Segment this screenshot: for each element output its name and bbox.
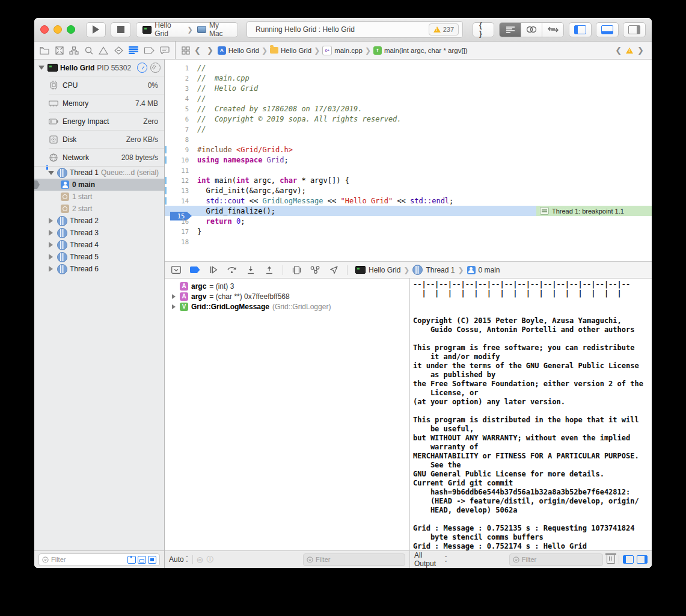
code-line-13[interactable]: 13 Grid_init(&argc,&argv); [165, 185, 652, 196]
run-button[interactable] [86, 22, 106, 37]
line-number-gutter[interactable]: 3 [165, 85, 193, 92]
disclosure-triangle-icon[interactable] [171, 294, 177, 299]
jumpbar-symbol[interactable]: main(int argc, char * argv[]) [384, 47, 468, 54]
disclosure-triangle-icon[interactable] [49, 218, 53, 224]
gauge-row-energy-impact[interactable]: Energy ImpactZero [49, 112, 164, 130]
version-editor-button[interactable] [542, 23, 563, 37]
thread-row-thread-5[interactable]: Thread 5 [34, 251, 164, 263]
step-out-button[interactable] [264, 265, 275, 275]
jumpbar-folder[interactable]: Hello Grid [281, 47, 311, 54]
console-output[interactable]: --|--|--|--|--|--|--|--|--|--|--|--|--|-… [410, 279, 652, 550]
code-line-9[interactable]: 9#include <Grid/Grid.h> [165, 144, 652, 155]
code-line-2[interactable]: 2// main.cpp [165, 73, 652, 83]
console-scope-selector[interactable]: All Output ⌃⌄ [414, 551, 448, 568]
variable-row-grid-gridlogmessage[interactable]: VGrid::GridLogMessage (Grid::GridLogger) [165, 301, 409, 312]
gauge-row-cpu[interactable]: CPU0% [49, 76, 164, 94]
clear-console-icon[interactable] [607, 555, 615, 564]
code-line-8[interactable]: 8 [165, 134, 652, 144]
line-number-gutter[interactable]: 18 [165, 238, 193, 245]
stop-button[interactable] [111, 22, 131, 37]
disclosure-triangle-icon[interactable] [48, 171, 54, 175]
warning-count-chip[interactable]: 237 [429, 23, 459, 35]
disclosure-triangle-icon[interactable] [49, 230, 53, 236]
disclosure-triangle-icon[interactable] [49, 266, 53, 272]
code-line-10[interactable]: 10using namespace Grid; [165, 155, 652, 165]
jumpbar-project[interactable]: Hello Grid [228, 47, 259, 54]
disclosure-triangle-icon[interactable] [171, 304, 177, 309]
stack-frame-2-start[interactable]: 2 start [34, 203, 164, 215]
breakpoint-annotation[interactable]: Thread 1: breakpoint 1.1 [536, 206, 652, 216]
stack-frame-1-start[interactable]: 1 start [34, 191, 164, 203]
quicklook-icon[interactable]: ◎ [197, 555, 203, 564]
hide-debug-area-button[interactable] [171, 265, 182, 275]
simulate-location-button[interactable] [328, 265, 339, 275]
assistant-editor-button[interactable] [521, 23, 543, 37]
code-line-4[interactable]: 4// [165, 93, 652, 103]
activity-viewer[interactable]: Running Hello Grid : Hello Grid 237 [247, 21, 463, 38]
breakpoint-navigator-icon[interactable] [144, 47, 155, 54]
step-into-button[interactable] [245, 265, 256, 275]
source-control-navigator-icon[interactable] [55, 46, 64, 55]
show-crashed-threads-icon[interactable] [148, 556, 156, 564]
toggle-debug-area-button[interactable] [596, 22, 619, 37]
show-variables-view-icon[interactable] [623, 555, 634, 564]
breakpoints-toggle-button[interactable] [189, 265, 200, 275]
line-number-gutter[interactable]: 17 [165, 228, 193, 235]
code-line-7[interactable]: 7// [165, 124, 652, 134]
continue-button[interactable] [208, 265, 219, 275]
code-snippet-button[interactable]: { } [473, 22, 494, 37]
previous-issue-button[interactable]: ❮ [613, 46, 623, 55]
variable-row-argc[interactable]: Aargc = (int) 3 [165, 281, 409, 291]
code-line-3[interactable]: 3// Hello Grid [165, 83, 652, 93]
debug-navigator-icon[interactable] [129, 46, 138, 54]
line-number-gutter[interactable]: 13 [165, 187, 193, 194]
symbol-navigator-icon[interactable] [69, 46, 79, 55]
disclosure-triangle-icon[interactable] [49, 242, 53, 248]
profile-in-instruments-icon[interactable] [137, 63, 147, 73]
code-line-14[interactable]: 14 std::cout << GridLogMessage << "Hello… [165, 196, 652, 206]
close-window-button[interactable] [40, 25, 49, 34]
jumpbar-file[interactable]: main.cpp [334, 47, 363, 54]
thread-row-thread-6[interactable]: Thread 6 [34, 263, 164, 275]
issue-warning-icon[interactable] [626, 48, 633, 54]
related-items-icon[interactable] [182, 46, 190, 55]
minimize-window-button[interactable] [54, 25, 62, 34]
thread-row-thread-4[interactable]: Thread 4 [34, 239, 164, 251]
print-description-icon[interactable]: ⓘ [206, 555, 213, 565]
gauge-row-network[interactable]: Network208 bytes/s [49, 148, 164, 166]
navigator-filter-field[interactable]: Filter [38, 553, 160, 566]
code-line-5[interactable]: 5// Created by s1786208 on 17/03/2019. [165, 103, 652, 114]
stack-frame-0-main[interactable]: 0 main [34, 179, 164, 191]
zoom-window-button[interactable] [67, 25, 75, 34]
toggle-navigator-button[interactable] [569, 22, 592, 37]
line-number-gutter[interactable]: 10 [165, 156, 193, 164]
code-line-18[interactable]: 18 [165, 236, 652, 247]
code-line-1[interactable]: 1// [165, 63, 652, 73]
code-line-16[interactable]: 16 return 0; [165, 216, 652, 226]
issue-navigator-icon[interactable] [99, 46, 108, 55]
variable-row-argv[interactable]: Aargv = (char **) 0x7ffeefbff568 [165, 291, 409, 301]
gauge-row-disk[interactable]: DiskZero KB/s [49, 130, 164, 148]
code-line-11[interactable]: 11 [165, 165, 652, 175]
line-number-gutter[interactable]: 12 [165, 177, 193, 184]
line-number-gutter[interactable]: 11 [165, 167, 193, 174]
line-number-gutter[interactable]: 14 [165, 197, 193, 205]
line-number-gutter[interactable]: 6 [165, 116, 193, 123]
disclosure-triangle-icon[interactable] [49, 254, 53, 260]
next-issue-button[interactable]: ❯ [635, 46, 646, 55]
line-number-gutter[interactable]: 4 [165, 95, 193, 102]
code-line-6[interactable]: 6// Copyright © 2019 sopa. All rights re… [165, 114, 652, 124]
variables-scope-selector[interactable]: Auto ⌃⌄ [169, 555, 189, 564]
disclosure-triangle-icon[interactable] [38, 66, 44, 70]
show-paused-threads-icon[interactable] [127, 556, 136, 564]
code-line-12[interactable]: 12int main(int argc, char * argv[]) { [165, 175, 652, 185]
line-number-gutter[interactable]: 16 [165, 218, 193, 225]
scheme-selector[interactable]: Hello Grid ❯ My Mac [136, 22, 238, 37]
toggle-inspector-button[interactable] [623, 22, 646, 37]
line-number-gutter[interactable]: 1 [165, 64, 193, 72]
find-navigator-icon[interactable] [85, 46, 93, 55]
show-running-blocks-icon[interactable] [138, 556, 146, 564]
thread-row-thread-3[interactable]: Thread 3 [34, 227, 164, 239]
line-number-gutter[interactable]: 2 [165, 75, 193, 82]
process-row[interactable]: Hello Grid PID 55302 [34, 60, 164, 76]
